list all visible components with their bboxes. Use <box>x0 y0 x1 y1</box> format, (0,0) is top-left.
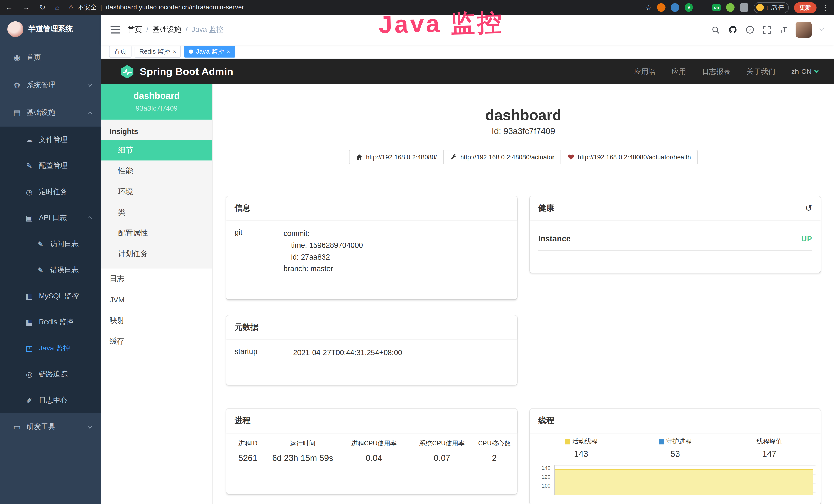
sba-logo-icon <box>120 64 135 79</box>
back-icon[interactable]: ← <box>5 3 13 12</box>
sba-item-details[interactable]: 细节 <box>101 140 212 161</box>
page-title: dashboard <box>226 107 821 123</box>
sba-item-config-props[interactable]: 配置属性 <box>101 223 212 244</box>
sba-brand[interactable]: Spring Boot Admin <box>120 64 234 79</box>
eye-icon: ◎ <box>24 370 35 378</box>
sba-nav-wallboard[interactable]: 应用墙 <box>634 67 656 76</box>
sidebar-item-label: 访问日志 <box>50 239 92 249</box>
breadcrumb-home[interactable]: 首页 <box>128 25 142 35</box>
monitor-icon: ◰ <box>24 344 35 352</box>
extension-v-icon[interactable]: V <box>685 3 693 12</box>
profile-paused-badge[interactable]: 已暂停 <box>753 2 789 13</box>
extensions-puzzle-icon[interactable] <box>740 3 748 12</box>
sidebar-item-mysql-monitor[interactable]: ▥ MySQL 监控 <box>0 283 101 309</box>
tab-home[interactable]: 首页 <box>109 46 132 58</box>
locale-label: zh-CN <box>791 68 812 75</box>
sba-item-logs[interactable]: 日志 <box>101 269 212 289</box>
sidebar-item-home[interactable]: ◉ 首页 <box>0 44 101 71</box>
sidebar-item-label: 链路追踪 <box>39 369 91 379</box>
sidebar-item-error-logs[interactable]: ✎ 错误日志 <box>0 257 101 283</box>
sba-nav-applications[interactable]: 应用 <box>672 67 686 76</box>
fullscreen-icon[interactable] <box>763 25 771 34</box>
health-status-badge: UP <box>802 234 812 243</box>
sba-item-mappings[interactable]: 映射 <box>101 310 212 331</box>
service-url-label: http://192.168.0.2:48080/ <box>366 153 437 161</box>
sba-item-caches[interactable]: 缓存 <box>101 331 212 351</box>
sidebar-item-file-mgmt[interactable]: ☁ 文件管理 <box>0 127 101 153</box>
card-title: 进程 <box>235 416 250 426</box>
process-col-header: 运行时间 <box>265 436 340 451</box>
extension-leaf-icon[interactable] <box>726 3 734 12</box>
health-card-body: Instance UP <box>530 220 821 258</box>
tab-java-monitor[interactable]: Java 监控 × <box>184 46 235 58</box>
close-icon[interactable]: × <box>173 48 176 55</box>
sba-item-scheduled-tasks[interactable]: 计划任务 <box>101 244 212 264</box>
legend-label: 活动线程 <box>572 437 597 446</box>
sba-nav-journal[interactable]: 日志报表 <box>702 67 731 76</box>
sba-item-environment[interactable]: 环境 <box>101 181 212 202</box>
sidebar-item-scheduled-jobs[interactable]: ◷ 定时任务 <box>0 179 101 205</box>
address-bar[interactable]: ⚠ 不安全 | dashboard.yudao.iocoder.cn/infra… <box>68 3 645 12</box>
url-text[interactable]: dashboard.yudao.iocoder.cn/infra/admin-s… <box>106 4 244 11</box>
home-icon[interactable]: ⌂ <box>55 3 60 12</box>
sidebar-item-infrastructure[interactable]: ▤ 基础设施 <box>0 99 101 127</box>
github-icon[interactable] <box>729 25 737 34</box>
git-branch-line: branch: master <box>284 263 509 274</box>
legend-peak-threads: 线程峰值 147 <box>722 437 816 459</box>
sidebar-item-redis-monitor[interactable]: ▦ Redis 监控 <box>0 309 101 335</box>
tab-redis-monitor[interactable]: Redis 监控 × <box>135 46 181 58</box>
user-avatar[interactable] <box>796 22 812 38</box>
sba-item-jvm[interactable]: JVM <box>101 289 212 310</box>
forward-icon[interactable]: → <box>22 3 30 12</box>
locale-select[interactable]: zh-CN <box>791 68 818 75</box>
chrome-update-button[interactable]: 更新 <box>794 2 816 13</box>
search-icon[interactable] <box>712 25 720 34</box>
extension-on-badge[interactable]: on <box>712 4 721 11</box>
sidebar-item-api-logs[interactable]: ▣ API 日志 <box>0 205 101 231</box>
actuator-url-button[interactable]: http://192.168.0.2:48080/actuator <box>444 150 561 164</box>
extension-drop-icon[interactable] <box>671 3 679 12</box>
legend-value: 53 <box>628 449 723 459</box>
sidebar-item-java-monitor[interactable]: ◰ Java 监控 <box>0 335 101 361</box>
health-instance-row[interactable]: Instance UP <box>539 228 812 251</box>
legend-value: 143 <box>534 449 628 459</box>
extension-fox-icon[interactable] <box>657 3 665 12</box>
hamburger-icon[interactable] <box>111 26 120 33</box>
instance-id-line: Id: 93a3fc7f7409 <box>226 127 821 137</box>
app-logo[interactable]: 芋道管理系统 <box>0 15 101 44</box>
sba-item-classes[interactable]: 类 <box>101 202 212 223</box>
threads-chart: 140 120 100 <box>530 465 821 495</box>
database-icon: ▥ <box>24 292 35 300</box>
health-url-label: http://192.168.0.2:48080/actuator/health <box>578 153 691 161</box>
history-icon[interactable]: ↺ <box>805 203 812 213</box>
close-icon[interactable]: × <box>226 48 230 55</box>
infrastructure-icon: ▤ <box>12 108 22 117</box>
edit-doc-icon: ✎ <box>35 239 46 248</box>
app-logo-avatar <box>7 21 23 37</box>
sidebar-item-system-mgmt[interactable]: ⚙ 系统管理 <box>0 71 101 99</box>
browser-menu-icon[interactable]: ⋮ <box>822 3 829 11</box>
service-url-button[interactable]: http://192.168.0.2:48080/ <box>349 150 444 164</box>
sidebar-item-config-mgmt[interactable]: ✎ 配置管理 <box>0 153 101 179</box>
font-size-icon[interactable]: TT <box>780 25 787 34</box>
help-icon[interactable]: ? <box>746 25 754 34</box>
instance-header[interactable]: dashboard 93a3fc7f7409 <box>101 84 212 120</box>
sidebar-item-access-logs[interactable]: ✎ 访问日志 <box>0 231 101 257</box>
legend-live-threads: 活动线程 143 <box>534 437 628 459</box>
sidebar-item-log-center[interactable]: ✐ 日志中心 <box>0 387 101 413</box>
bookmark-star-icon[interactable]: ☆ <box>645 3 652 11</box>
cards-left-column: 信息 git commit: time: 1596289704000 <box>226 196 517 494</box>
breadcrumb-infrastructure[interactable]: 基础设施 <box>153 25 181 35</box>
sidebar-item-dev-tools[interactable]: ▭ 研发工具 <box>0 413 101 441</box>
sba-item-metrics[interactable]: 性能 <box>101 160 212 181</box>
sba-navbar: Spring Boot Admin 应用墙 应用 日志报表 关于我们 zh-CN <box>101 59 834 84</box>
actuator-url-label: http://192.168.0.2:48080/actuator <box>460 153 554 161</box>
sba-nav-about[interactable]: 关于我们 <box>747 67 775 76</box>
health-url-button[interactable]: http://192.168.0.2:48080/actuator/health <box>561 150 698 164</box>
process-col-header: CPU核心数 <box>476 436 513 451</box>
avatar-caret-icon[interactable] <box>820 26 824 31</box>
extension-grid-icon[interactable] <box>698 3 707 12</box>
legend-label: 线程峰值 <box>757 437 782 446</box>
sidebar-item-tracing[interactable]: ◎ 链路追踪 <box>0 361 101 387</box>
reload-icon[interactable]: ↻ <box>39 3 45 12</box>
